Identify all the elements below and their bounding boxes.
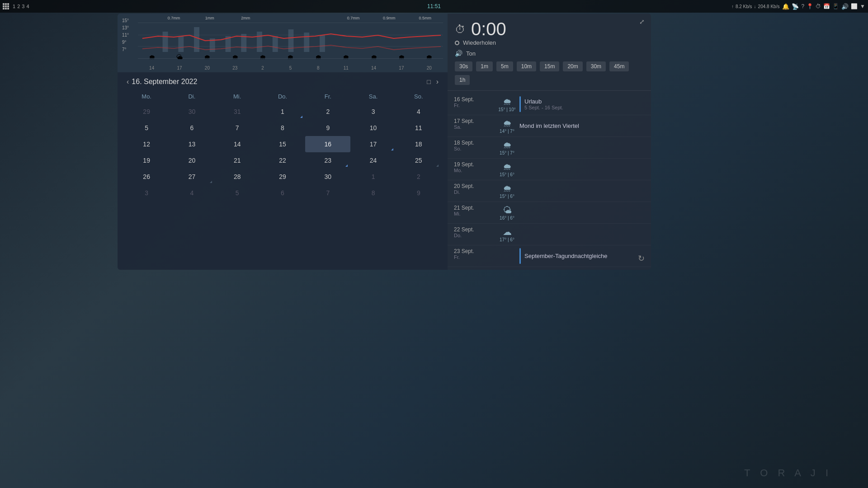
event-row-3[interactable]: 19 Sept.Mo.🌧15° | 6° xyxy=(448,159,651,180)
cal-day-5-next[interactable]: 5 xyxy=(215,185,260,201)
cal-day-17[interactable]: 17 xyxy=(350,136,396,152)
taskbar-right: ↑ 8.2 Kb/s ↓ 204.8 Kb/s 🔔 📡 ? 📍 ⏱ 📅 📱 🔊 … xyxy=(731,3,865,10)
window-icon[interactable]: ⬜ xyxy=(851,3,858,9)
preset-20m[interactable]: 20m xyxy=(563,61,582,71)
cal-day-25[interactable]: 25 xyxy=(396,152,441,169)
preset-5m[interactable]: 5m xyxy=(496,61,513,71)
temperature-scale: 15° 13° 11° 9° 7° xyxy=(122,17,129,53)
refresh-button[interactable]: ↻ xyxy=(638,253,645,263)
cal-day-26[interactable]: 26 xyxy=(124,169,169,185)
cal-day-4-next[interactable]: 4 xyxy=(169,185,214,201)
event-weather-icon-4: 🌧 xyxy=(503,183,512,194)
cal-day-27[interactable]: 27 xyxy=(169,169,214,185)
ws-4[interactable]: 4 xyxy=(26,4,29,9)
right-panel: ⏱ 0:00 ⤢ Wiederholen 🔊 Ton 30s 1m 5m 10m… xyxy=(448,14,651,270)
event-title-0: Urlaub xyxy=(524,98,563,105)
phone-icon[interactable]: 📱 xyxy=(832,3,839,9)
preset-10m[interactable]: 10m xyxy=(517,61,536,71)
ws-2[interactable]: 2 xyxy=(17,4,20,9)
temp-13: 13° xyxy=(122,24,129,32)
cal-day-3[interactable]: 3 xyxy=(350,103,396,120)
preset-1m[interactable]: 1m xyxy=(476,61,493,71)
preset-30s[interactable]: 30s xyxy=(455,61,472,71)
volume-icon[interactable]: 🔊 xyxy=(841,3,849,10)
cal-day-4[interactable]: 4 xyxy=(396,103,441,120)
event-date-main-3: 19 Sept. xyxy=(454,161,495,168)
cal-day-9-next[interactable]: 9 xyxy=(396,185,441,201)
cal-day-16-today[interactable]: 16 xyxy=(305,136,350,152)
bell-icon[interactable]: 🔔 xyxy=(782,3,789,10)
cal-day-5[interactable]: 5 xyxy=(124,120,169,136)
taskbar-clock: 11:51 xyxy=(427,3,441,9)
cal-day-19[interactable]: 19 xyxy=(124,152,169,169)
expand-icon[interactable]: ▼ xyxy=(860,3,865,9)
weather-icon-6: 🌧 xyxy=(304,53,332,61)
cal-day-22[interactable]: 22 xyxy=(260,152,305,169)
cal-day-8[interactable]: 8 xyxy=(260,120,305,136)
event-row-4[interactable]: 20 Sept.Di.🌧15° | 6° xyxy=(448,180,651,202)
cal-day-7-next[interactable]: 7 xyxy=(305,185,350,201)
cal-day-2-next[interactable]: 2 xyxy=(396,169,441,185)
cal-day-2[interactable]: 2 xyxy=(305,103,350,120)
ws-3[interactable]: 3 xyxy=(22,4,24,9)
cal-day-21[interactable]: 21 xyxy=(215,152,260,169)
event-weather-temps-4: 15° | 6° xyxy=(500,194,514,199)
cal-day-13[interactable]: 13 xyxy=(169,136,214,152)
cal-day-1-next[interactable]: 1 xyxy=(350,169,396,185)
cal-day-3-next[interactable]: 3 xyxy=(124,185,169,201)
preset-15m[interactable]: 15m xyxy=(540,61,559,71)
download-speed: 204.8 Kb/s xyxy=(758,4,780,9)
pin-icon[interactable]: 📍 xyxy=(807,3,813,9)
cal-day-9[interactable]: 9 xyxy=(305,120,350,136)
cal-day-6[interactable]: 6 xyxy=(169,120,214,136)
calendar-next-button[interactable]: › xyxy=(434,77,441,87)
event-row-1[interactable]: 17 Sept.Sa.🌧14° | 7°Mond im letzten Vier… xyxy=(448,115,651,137)
event-row-5[interactable]: 21 Sept.Mi.🌤16° | 6° xyxy=(448,202,651,224)
cal-day-30-prev[interactable]: 30 xyxy=(169,103,214,120)
event-weather-2: 🌧15° | 7° xyxy=(495,140,519,155)
event-subtitle-0: 5 Sept. - 16 Sept. xyxy=(524,105,563,110)
ws-1[interactable]: 1 xyxy=(13,4,15,9)
clock-tray-icon[interactable]: ⏱ xyxy=(816,3,821,9)
cal-day-11[interactable]: 11 xyxy=(396,120,441,136)
event-date-main-2: 18 Sept. xyxy=(454,140,495,146)
cal-day-29-prev[interactable]: 29 xyxy=(124,103,169,120)
event-row-2[interactable]: 18 Sept.So.🌧15° | 7° xyxy=(448,137,651,159)
cal-day-12[interactable]: 12 xyxy=(124,136,169,152)
timer-expand-icon[interactable]: ⤢ xyxy=(639,18,645,25)
cal-day-10[interactable]: 10 xyxy=(350,120,396,136)
calendar-grid: 29 30 31 1 2 3 4 5 6 7 8 9 10 11 12 13 1… xyxy=(124,103,441,201)
cal-day-20[interactable]: 20 xyxy=(169,152,214,169)
cal-day-24[interactable]: 24 xyxy=(350,152,396,169)
cal-day-6-next[interactable]: 6 xyxy=(260,185,305,201)
repeat-dot-icon xyxy=(455,41,459,45)
cal-day-15[interactable]: 15 xyxy=(260,136,305,152)
cal-day-23[interactable]: 23 xyxy=(305,152,350,169)
cal-day-8-next[interactable]: 8 xyxy=(350,185,396,201)
help-icon[interactable]: ? xyxy=(801,3,804,9)
calendar-today-button[interactable]: □ xyxy=(424,77,433,86)
event-date-day-6: Do. xyxy=(454,233,495,238)
preset-45m[interactable]: 45m xyxy=(609,61,629,71)
weather-icons-row: 🌧 🌥 🌧 🌧 🌧 🌧 🌧 🌧 🌧 🌧 🌧 xyxy=(138,53,443,61)
calendar-prev-button[interactable]: ‹ xyxy=(124,77,132,87)
cal-day-18[interactable]: 18 xyxy=(396,136,441,152)
cal-day-31-prev[interactable]: 31 xyxy=(215,103,260,120)
event-row-6[interactable]: 22 Sept.Do.☁17° | 6° xyxy=(448,224,651,245)
rss-icon[interactable]: 📡 xyxy=(792,3,799,10)
weather-icon-2: 🌧 xyxy=(193,53,221,61)
app-grid-icon[interactable] xyxy=(3,3,9,9)
preset-1h[interactable]: 1h xyxy=(455,75,470,85)
cal-day-7[interactable]: 7 xyxy=(215,120,260,136)
cal-day-14[interactable]: 14 xyxy=(215,136,260,152)
cal-day-1[interactable]: 1 xyxy=(260,103,305,120)
event-row-0[interactable]: 16 Sept.Fr.🌧15° | 10°Urlaub5 Sept. - 16 … xyxy=(448,94,651,115)
main-panels: 15° 13° 11° 9° 7° 0.7mm 1mm 2mm 0.7mm 0.… xyxy=(118,14,651,270)
calendar-tray-icon[interactable]: 📅 xyxy=(823,3,830,9)
cal-day-29[interactable]: 29 xyxy=(260,169,305,185)
cal-day-28[interactable]: 28 xyxy=(215,169,260,185)
weather-icon-1: 🌥 xyxy=(165,53,193,61)
cal-day-30[interactable]: 30 xyxy=(305,169,350,185)
event-row-7[interactable]: 23 Sept.Fr.September-Tagundnachtgleiche xyxy=(448,245,651,267)
preset-30m[interactable]: 30m xyxy=(586,61,606,71)
